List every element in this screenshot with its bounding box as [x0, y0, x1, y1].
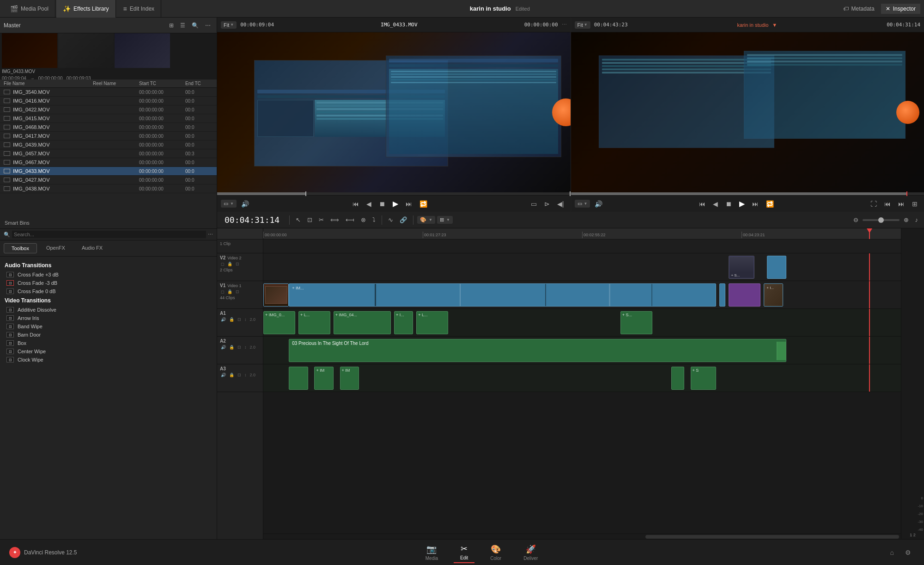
- effect-additive-dissolve[interactable]: ⊡ Additive Dissolve: [0, 306, 217, 314]
- a3-audio-btn[interactable]: 🔊: [220, 372, 227, 378]
- search-button[interactable]: 🔍: [189, 21, 201, 30]
- prev-clip-button[interactable]: ◀|: [554, 198, 567, 209]
- effect-barn-door[interactable]: ⊡ Barn Door: [0, 331, 217, 339]
- clip-v1-thumb[interactable]: [263, 283, 289, 307]
- effect-cross-fade-plus3[interactable]: ⊡ Cross Fade +3 dB: [0, 270, 217, 279]
- play-right[interactable]: ▶: [736, 197, 748, 210]
- color-dropdown[interactable]: ⊞ ▼: [437, 216, 453, 224]
- effect-clock-wipe[interactable]: ⊡ Clock Wipe: [0, 356, 217, 364]
- a1-link-btn[interactable]: ⊡: [237, 317, 242, 322]
- effect-arrow-iris[interactable]: ⊡ Arrow Iris: [0, 314, 217, 322]
- file-row-img0427[interactable]: IMG_0427.MOV 00:00:00:00 00:0: [0, 176, 217, 184]
- a3-lock-btn[interactable]: 🔒: [228, 372, 235, 378]
- slip-tool-button[interactable]: ⟺: [328, 215, 341, 225]
- safe-area-button[interactable]: ▭: [528, 198, 540, 209]
- tab-audiofx[interactable]: Audio FX: [74, 243, 110, 253]
- skip-end-right[interactable]: ⏭: [749, 198, 761, 209]
- v1-link-btn[interactable]: ⊡: [235, 289, 240, 295]
- clip-v1-purple[interactable]: [729, 283, 760, 307]
- preview-progress-bar-left[interactable]: [217, 192, 571, 195]
- link-button[interactable]: 🔗: [397, 215, 409, 225]
- effect-box[interactable]: ⊡ Box: [0, 339, 217, 347]
- clip-a1-2[interactable]: + L...: [298, 311, 330, 334]
- a3-expand-btn[interactable]: ↕: [243, 372, 248, 378]
- a2-lock-btn[interactable]: 🔒: [228, 344, 235, 350]
- file-row-img0433[interactable]: IMG_0433.MOV 00:00:00:00 00:0: [0, 167, 217, 176]
- zoom-in-button[interactable]: ⊕: [901, 215, 911, 225]
- effect-center-wipe[interactable]: ⊡ Center Wipe: [0, 347, 217, 356]
- clip-a3-2[interactable]: + IM: [314, 367, 333, 390]
- selection-tool-button[interactable]: ↖: [293, 215, 303, 225]
- grid-view-button[interactable]: ⊞: [167, 21, 176, 30]
- stop-button[interactable]: ⏹: [376, 198, 388, 209]
- fit-button-right[interactable]: Fit ▼: [575, 21, 590, 29]
- v2-mute-btn[interactable]: ◻: [220, 261, 225, 267]
- skip-start-right[interactable]: ⏮: [696, 198, 708, 209]
- next-frame-button[interactable]: ⊳: [541, 198, 553, 209]
- clip-a1-4[interactable]: + I...: [394, 311, 413, 334]
- effects-search-input[interactable]: [12, 231, 206, 238]
- file-row-img0467[interactable]: IMG_0467.MOV 00:00:00:00 00:0: [0, 158, 217, 167]
- effect-cross-fade-minus3[interactable]: ⊡ Cross Fade -3 dB: [0, 279, 217, 287]
- a1-expand-btn[interactable]: ↕: [243, 317, 248, 322]
- home-button[interactable]: ⌂: [887, 547, 898, 558]
- a1-lock-btn[interactable]: 🔒: [228, 317, 235, 322]
- zoom-slider-thumb[interactable]: [878, 217, 884, 223]
- effect-band-wipe[interactable]: ⊡ Band Wipe: [0, 322, 217, 331]
- loop-button[interactable]: 🔁: [417, 198, 430, 209]
- stop-right[interactable]: ⏹: [723, 198, 735, 209]
- step-back-right[interactable]: ◀: [710, 198, 721, 209]
- file-row-img0415[interactable]: IMG_0415.MOV 00:00:00:00 00:0: [0, 114, 217, 123]
- clip-a1-5[interactable]: + L...: [416, 311, 448, 334]
- effect-cross-fade-0[interactable]: ⊡ Cross Fade 0 dB: [0, 287, 217, 295]
- tab-edit-index[interactable]: ≡ Edit Index: [117, 0, 162, 18]
- fullscreen-button[interactable]: ⛶: [868, 198, 880, 209]
- clip-a3-3[interactable]: + IM: [340, 367, 359, 390]
- music-note-button[interactable]: ♪: [913, 215, 921, 225]
- volume-button-left[interactable]: 🔊: [238, 198, 252, 209]
- file-row-img0457[interactable]: IMG_0457.MOV 00:00:00:00 00:3: [0, 149, 217, 158]
- output-mode-button-right[interactable]: ▭ ▼: [575, 200, 590, 208]
- clip-a1-1[interactable]: + IMG_0...: [263, 311, 295, 334]
- tab-toolbox[interactable]: Toolbox: [4, 243, 37, 253]
- file-row-img0439[interactable]: IMG_0439.MOV 00:00:00:00 00:0: [0, 141, 217, 149]
- file-row-img0438[interactable]: IMG_0438.MOV 00:00:00:00 00:0: [0, 184, 217, 193]
- horizontal-scrollbar[interactable]: [263, 534, 901, 539]
- clip-a2-main[interactable]: 03 Precious In The Sight Of The Lord: [289, 339, 786, 362]
- file-row-img0417[interactable]: IMG_0417.MOV 00:00:00:00 00:0: [0, 132, 217, 141]
- insert-button[interactable]: ⤵: [370, 215, 378, 225]
- more-options-button[interactable]: ⋯: [203, 21, 213, 30]
- zoom-slider[interactable]: [863, 219, 900, 221]
- v2-link-btn[interactable]: ⊡: [235, 261, 240, 267]
- h-scroll-thumb[interactable]: [645, 535, 899, 539]
- nav-edit[interactable]: ✂ Edit: [454, 542, 474, 563]
- play-button[interactable]: ▶: [390, 197, 401, 210]
- skip-end-button[interactable]: ⏭: [403, 198, 415, 209]
- zoom-out-button[interactable]: ⊖: [851, 215, 861, 225]
- step-back-button[interactable]: ◀: [364, 198, 374, 209]
- list-view-button[interactable]: ☰: [178, 21, 188, 30]
- volume-button-right[interactable]: 🔊: [592, 198, 605, 209]
- file-row-img0416[interactable]: IMG_0416.MOV 00:00:00:00 00:0: [0, 97, 217, 105]
- nav-deliver[interactable]: 🚀 Deliver: [517, 542, 544, 563]
- a2-audio-btn[interactable]: 🔊: [220, 344, 227, 350]
- a1-audio-btn[interactable]: 🔊: [220, 317, 227, 322]
- more-controls[interactable]: ⊞: [909, 198, 920, 209]
- a2-expand-btn[interactable]: ↕: [243, 344, 248, 350]
- clip-v1-end-thumb[interactable]: + I...: [764, 283, 783, 307]
- dynamic-trim-button[interactable]: ⊗: [359, 215, 368, 225]
- v2-lock-btn[interactable]: 🔒: [226, 261, 233, 267]
- clip-a1-3[interactable]: + IMG_04...: [334, 311, 391, 334]
- clip-v1-main[interactable]: + IM...: [289, 283, 716, 307]
- tab-effects-library[interactable]: ✨ Effects Library: [56, 0, 116, 18]
- skip-start-button[interactable]: ⏮: [350, 198, 362, 209]
- nav-media[interactable]: 📷 Media: [419, 542, 444, 563]
- tab-openfx[interactable]: OpenFX: [39, 243, 73, 253]
- curve-button[interactable]: ∿: [386, 215, 395, 225]
- slide-tool-button[interactable]: ⟻: [343, 215, 357, 225]
- fit-button-left[interactable]: Fit ▼: [221, 21, 237, 29]
- clip-v2-2[interactable]: [767, 256, 786, 279]
- clip-a3-4[interactable]: [671, 367, 684, 390]
- clip-a1-6[interactable]: + S...: [620, 311, 652, 334]
- clip-a3-1[interactable]: [289, 367, 308, 390]
